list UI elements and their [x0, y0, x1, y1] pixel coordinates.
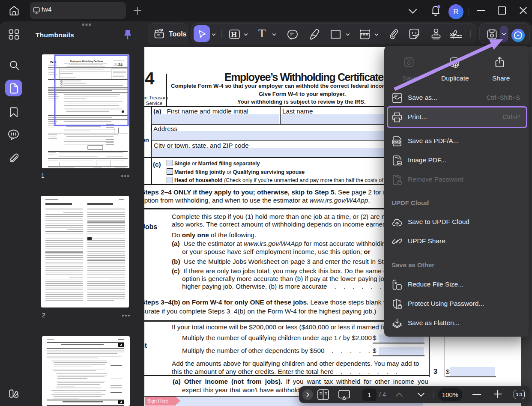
svg-text:Employee’s Withholding Certifi: Employee’s Withholding Certificate: [70, 60, 103, 63]
svg-text:PDF/A: PDF/A: [393, 140, 401, 143]
svg-text:W-4: W-4: [50, 60, 57, 64]
svg-text:2024: 2024: [114, 63, 123, 67]
